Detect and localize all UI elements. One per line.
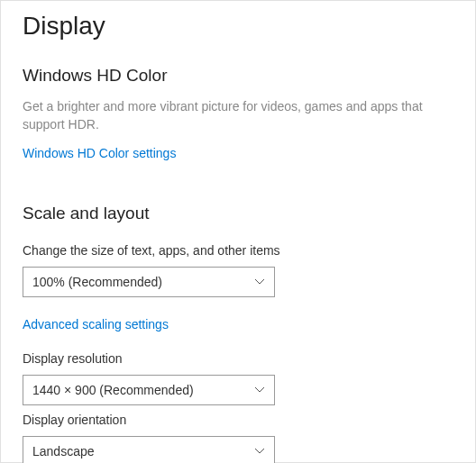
resolution-dropdown[interactable]: 1440 × 900 (Recommended) (23, 375, 275, 405)
page-title: Display (23, 12, 453, 41)
text-size-dropdown[interactable]: 100% (Recommended) (23, 267, 275, 297)
hd-color-section-title: Windows HD Color (23, 66, 453, 86)
chevron-down-icon (254, 446, 265, 457)
hd-color-settings-link[interactable]: Windows HD Color settings (23, 146, 176, 160)
chevron-down-icon (254, 385, 265, 395)
resolution-value: 1440 × 900 (Recommended) (32, 383, 194, 397)
advanced-scaling-link[interactable]: Advanced scaling settings (23, 317, 169, 331)
display-settings-panel: Display Windows HD Color Get a brighter … (0, 0, 476, 463)
orientation-dropdown[interactable]: Landscape (23, 436, 275, 463)
orientation-value: Landscape (32, 444, 95, 458)
scale-layout-section-title: Scale and layout (23, 204, 453, 223)
hd-color-description: Get a brighter and more vibrant picture … (23, 98, 437, 133)
orientation-label: Display orientation (23, 413, 453, 427)
text-size-label: Change the size of text, apps, and other… (23, 243, 453, 258)
resolution-label: Display resolution (23, 351, 453, 366)
chevron-down-icon (254, 277, 265, 287)
text-size-value: 100% (Recommended) (32, 275, 162, 289)
